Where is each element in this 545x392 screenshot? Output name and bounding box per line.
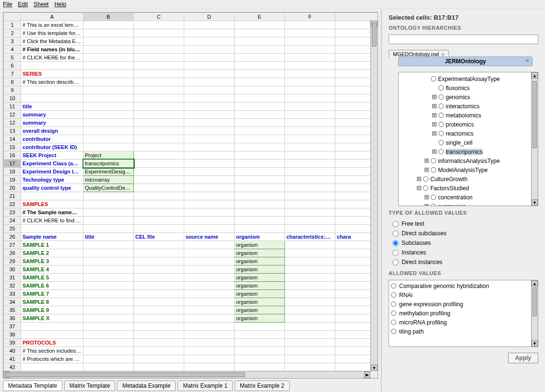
cell[interactable] bbox=[134, 355, 184, 363]
cell[interactable] bbox=[83, 249, 134, 257]
cell[interactable] bbox=[285, 331, 335, 339]
cell[interactable] bbox=[184, 347, 235, 355]
scroll-thumb[interactable] bbox=[533, 81, 537, 148]
cell[interactable] bbox=[83, 225, 134, 233]
cell[interactable] bbox=[184, 143, 235, 151]
cell[interactable] bbox=[83, 127, 134, 135]
column-header[interactable]: B bbox=[83, 13, 134, 21]
cell[interactable] bbox=[83, 257, 134, 265]
row-header[interactable]: 4 bbox=[4, 46, 21, 54]
cell[interactable] bbox=[134, 21, 184, 29]
cell[interactable] bbox=[21, 323, 83, 331]
row-header[interactable]: 28 bbox=[4, 249, 21, 257]
cell[interactable] bbox=[285, 119, 335, 127]
tree-toggle-icon[interactable]: ⊟ bbox=[417, 186, 421, 190]
cell[interactable] bbox=[134, 54, 184, 62]
ontology-tree[interactable]: ExperimentalAssayTypefluxomics⊞genomics⊞… bbox=[398, 72, 538, 206]
tree-node[interactable]: ExperimentalAssayType bbox=[402, 74, 535, 83]
row-header[interactable]: 26 bbox=[4, 233, 21, 241]
cell[interactable]: # Use this template for … bbox=[21, 29, 83, 37]
cell[interactable] bbox=[285, 62, 335, 70]
cell[interactable] bbox=[134, 208, 184, 217]
tree-toggle-icon[interactable]: ⊞ bbox=[432, 113, 437, 117]
cell[interactable] bbox=[184, 306, 235, 314]
horizontal-scrollbar[interactable]: ◀ ▶ bbox=[3, 371, 370, 378]
cell[interactable] bbox=[134, 290, 184, 298]
cell[interactable] bbox=[134, 176, 184, 184]
tree-toggle-icon[interactable]: ⊞ bbox=[417, 177, 421, 181]
cell[interactable] bbox=[184, 192, 235, 200]
cell[interactable] bbox=[285, 290, 335, 298]
cell[interactable] bbox=[285, 184, 335, 192]
row-header[interactable]: 32 bbox=[4, 282, 21, 290]
scroll-right-arrow[interactable]: ▶ bbox=[364, 371, 370, 378]
cell[interactable] bbox=[184, 54, 235, 62]
cell[interactable] bbox=[184, 94, 235, 103]
cell[interactable] bbox=[285, 225, 335, 233]
type-option[interactable]: Direct subclasses bbox=[392, 229, 538, 238]
cell[interactable] bbox=[184, 78, 235, 86]
cell[interactable] bbox=[134, 339, 184, 347]
cell[interactable]: contributor bbox=[21, 135, 83, 143]
cell[interactable] bbox=[134, 160, 184, 168]
cell[interactable] bbox=[134, 29, 184, 37]
cell[interactable] bbox=[83, 208, 134, 217]
cell[interactable]: # Field names (in blu… bbox=[21, 46, 83, 54]
cell[interactable]: QualityControlDesc… bbox=[83, 184, 134, 192]
allowed-value-item[interactable]: tiling path bbox=[391, 327, 536, 336]
ontology-search-input[interactable] bbox=[389, 35, 538, 44]
row-header[interactable]: 24 bbox=[4, 217, 21, 225]
cell[interactable] bbox=[83, 298, 134, 306]
menu-help[interactable]: Help bbox=[54, 1, 66, 8]
cell[interactable] bbox=[83, 46, 134, 54]
cell[interactable] bbox=[235, 192, 285, 200]
cell[interactable]: SAMPLE 7 bbox=[21, 290, 83, 298]
cell[interactable]: Sample name bbox=[21, 233, 83, 241]
cell[interactable]: CEL file bbox=[134, 233, 184, 241]
radio-input[interactable] bbox=[392, 259, 399, 265]
tree-node[interactable]: fluxomics bbox=[402, 83, 535, 92]
tree-node[interactable]: ⊞reactomics bbox=[402, 129, 535, 138]
row-header[interactable]: 21 bbox=[4, 192, 21, 200]
cell[interactable]: SAMPLE 5 bbox=[21, 274, 83, 282]
apply-button[interactable]: Apply bbox=[508, 353, 538, 363]
radio-input[interactable] bbox=[392, 231, 399, 237]
tree-toggle-icon[interactable]: ⊞ bbox=[425, 195, 429, 199]
cell[interactable] bbox=[83, 103, 134, 111]
cell[interactable] bbox=[285, 111, 335, 119]
cell[interactable] bbox=[83, 192, 134, 200]
scroll-down-arrow[interactable]: ▼ bbox=[371, 365, 378, 371]
row-header[interactable]: 10 bbox=[4, 94, 21, 103]
row-header[interactable]: 7 bbox=[4, 70, 21, 78]
cell[interactable]: organism bbox=[235, 274, 285, 282]
tree-toggle-icon[interactable]: ⊞ bbox=[432, 95, 437, 99]
cell[interactable] bbox=[285, 70, 335, 78]
cell[interactable]: organism bbox=[235, 249, 285, 257]
cell[interactable] bbox=[184, 160, 235, 168]
tab-matrix-example-1[interactable]: Matrix Example 1 bbox=[178, 380, 233, 391]
allowed-value-item[interactable]: microRNA profiling bbox=[391, 318, 536, 327]
cell[interactable] bbox=[184, 103, 235, 111]
cell[interactable] bbox=[285, 314, 335, 323]
cell[interactable] bbox=[285, 192, 335, 200]
cell[interactable] bbox=[134, 46, 184, 54]
cell[interactable]: SAMPLES bbox=[21, 200, 83, 208]
cell[interactable] bbox=[285, 54, 335, 62]
cell[interactable] bbox=[184, 282, 235, 290]
row-header[interactable]: 30 bbox=[4, 265, 21, 274]
cell[interactable]: microarray bbox=[83, 176, 134, 184]
cell[interactable] bbox=[184, 298, 235, 306]
cell[interactable] bbox=[285, 46, 335, 54]
cell[interactable]: SAMPLE 3 bbox=[21, 257, 83, 265]
tab-metadata-example[interactable]: Metadata Example bbox=[117, 380, 176, 391]
cell[interactable] bbox=[83, 54, 134, 62]
cell[interactable]: source name bbox=[184, 233, 235, 241]
cell[interactable] bbox=[235, 176, 285, 184]
cell[interactable] bbox=[184, 70, 235, 78]
radio-input[interactable] bbox=[392, 240, 399, 246]
cell[interactable] bbox=[184, 217, 235, 225]
tree-node[interactable]: ⊞genomics bbox=[402, 92, 535, 102]
cell[interactable] bbox=[235, 160, 285, 168]
cell[interactable]: SERIES bbox=[21, 70, 83, 78]
cell[interactable] bbox=[184, 257, 235, 265]
